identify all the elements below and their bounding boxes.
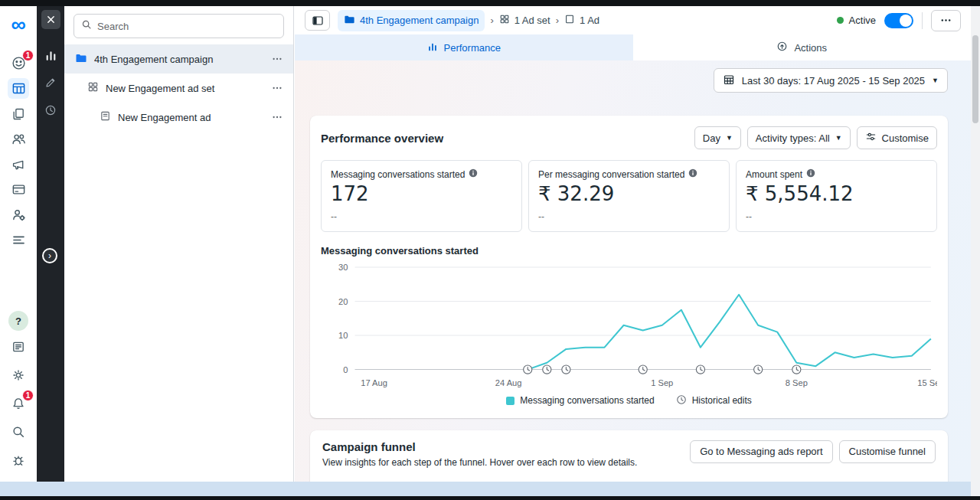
expand-panel-chevron-icon[interactable]: › [42,248,57,263]
campaigns-table-icon[interactable] [8,78,29,99]
window-bottom-bar [0,496,980,500]
svg-text:15 Sep: 15 Sep [917,378,937,387]
customise-label: Customise [882,132,929,144]
tree-item-adset[interactable]: New Engagement ad set [64,74,293,103]
customise-funnel-button[interactable]: Customise funnel [839,440,936,463]
metric-messaging-conversations: Messaging conversations started 172 -- [321,160,522,232]
breadcrumb-label: 1 Ad [580,15,599,26]
vertical-scrollbar[interactable] [971,6,980,496]
dropdown-label: Activity types: All [756,132,830,144]
performance-chart: 010203017 Aug24 Aug1 Sep8 Sep15 Sep [321,260,937,393]
more-icon[interactable] [267,54,287,64]
search-input[interactable] [97,21,276,32]
status-label: Active [849,15,876,26]
metric-value: 172 [331,182,512,205]
account-badge: 1 [22,50,34,61]
metric-label: Per messaging conversation started [538,169,684,180]
bell-badge: 1 [22,390,34,401]
toggle-sidebar-icon[interactable] [305,10,330,31]
breadcrumb-ad[interactable]: 1 Ad [564,14,599,27]
metric-amount-spent: Amount spent ₹ 5,554.12 -- [736,160,937,232]
delivery-status: Active [837,15,876,26]
header-right-controls: Active [837,10,961,31]
tab-label: Performance [444,42,501,54]
svg-text:24 Aug: 24 Aug [495,378,522,387]
date-range-label: Last 30 days: 17 Aug 2025 - 15 Sep 2025 [742,75,925,87]
date-range-button[interactable]: Last 30 days: 17 Aug 2025 - 15 Sep 2025 … [714,68,948,93]
metric-label: Amount spent [746,169,802,180]
metric-value: ₹ 5,554.12 [746,182,927,205]
account-icon[interactable]: 1 [8,53,29,74]
close-icon[interactable] [41,10,60,29]
breadcrumb-campaign[interactable]: 4th Engagement campaign [338,10,485,31]
charts-view-icon[interactable] [41,46,60,64]
sliders-icon [865,131,877,145]
campaign-toggle[interactable] [884,13,913,28]
legend-item-historical-edits: Historical edits [676,394,752,407]
settings-gear-icon[interactable] [8,364,29,385]
bottom-strip [0,482,971,496]
chart-title: Messaging conversations started [321,245,937,257]
breadcrumb-adset[interactable]: 1 Ad set [499,14,550,27]
more-options-button[interactable] [931,10,961,31]
metric-secondary: -- [538,211,720,222]
folder-icon [75,52,87,67]
chevron-down-icon: ▼ [726,134,733,142]
info-icon[interactable] [469,168,478,180]
tab-label: Actions [794,42,827,54]
audiences-icon[interactable] [8,129,29,149]
pages-icon[interactable] [8,103,29,124]
compass-arrow-icon [776,41,788,54]
date-filter-row: Last 30 days: 17 Aug 2025 - 15 Sep 2025 … [295,68,971,93]
metric-cost-per-conversation: Per messaging conversation started ₹ 32.… [528,160,730,232]
info-icon[interactable] [806,168,815,180]
main-panel: 4th Engagement campaign › 1 Ad set › 1 A… [295,6,971,482]
tab-actions[interactable]: Actions [633,34,972,60]
tab-performance[interactable]: Performance [295,34,633,60]
user-settings-icon[interactable] [8,204,29,225]
customise-button[interactable]: Customise [857,126,937,149]
billing-icon[interactable] [8,179,29,200]
metric-secondary: -- [331,211,512,222]
campaign-tree-sidebar: 4th Engagement campaign New Engagement a… [64,6,294,482]
chevron-right-icon: › [490,15,493,26]
more-icon[interactable] [267,83,287,93]
toggle-knob [900,15,912,27]
svg-text:30: 30 [338,263,348,272]
adset-grid-icon [87,81,99,95]
ads-megaphone-icon[interactable] [8,154,29,175]
tree-item-label: New Engagement ad [118,112,260,123]
tree-item-ad[interactable]: New Engagement ad [64,103,293,132]
divider [922,12,923,29]
messaging-ads-report-button[interactable]: Go to Messaging ads report [690,440,832,463]
sidebar-search-box[interactable] [74,14,284,38]
history-clock-icon[interactable] [41,101,60,119]
breadcrumb: 4th Engagement campaign › 1 Ad set › 1 A… [338,10,599,31]
nav-rail-bottom: ? 1 [8,311,29,472]
chart-legend: Messaging conversations started Historic… [321,394,937,407]
funnel-subtitle: View insights for each step of the funne… [322,457,637,468]
tree-item-campaign[interactable]: 4th Engagement campaign [64,44,293,74]
help-icon[interactable]: ? [8,311,28,331]
activity-types-dropdown[interactable]: Activity types: All ▼ [747,126,851,149]
search-rail-icon[interactable] [8,421,29,442]
folder-icon [344,14,355,28]
bug-report-icon[interactable] [8,449,29,470]
legend-item-series: Messaging conversations started [506,394,654,407]
info-icon[interactable] [688,168,697,180]
svg-text:0: 0 [343,365,348,374]
calendar-icon [723,74,735,88]
more-icon[interactable] [267,112,287,123]
search-icon [81,19,92,33]
meta-logo[interactable]: ∞ [8,15,29,35]
breadcrumb-label: 4th Engagement campaign [360,15,479,26]
scrollbar-thumb[interactable] [972,35,978,123]
edit-pencil-icon[interactable] [41,74,60,92]
notifications-bell-icon[interactable]: 1 [8,393,29,413]
content-scroll-area: Last 30 days: 17 Aug 2025 - 15 Sep 2025 … [295,60,971,482]
updates-icon[interactable] [8,336,29,357]
chevron-right-icon: › [556,15,559,26]
day-granularity-dropdown[interactable]: Day ▼ [694,126,741,149]
historical-edit-clock-icon [676,394,687,407]
all-tools-icon[interactable] [8,230,29,250]
